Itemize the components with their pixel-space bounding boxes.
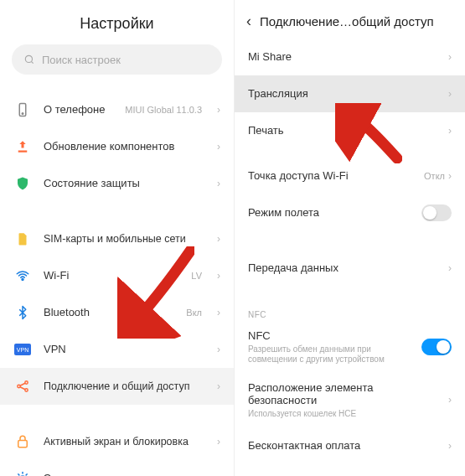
row-secure-element[interactable]: Расположение элемента безопасности Испол… <box>235 373 465 427</box>
phone-icon <box>13 101 32 119</box>
row-label: Bluetooth <box>44 306 174 319</box>
chevron-right-icon: › <box>448 88 452 100</box>
svg-line-21 <box>26 474 27 475</box>
nfc-toggle[interactable] <box>421 339 452 355</box>
svg-line-18 <box>18 474 19 475</box>
share-icon <box>13 377 32 396</box>
header: ‹ Подключение…общий доступ <box>235 0 465 39</box>
vpn-icon: VPN <box>13 340 32 359</box>
row-sublabel: Используется кошелек HCE <box>248 409 445 419</box>
row-label: О телефоне <box>44 103 113 116</box>
row-label: Подключение и общий доступ <box>44 380 202 393</box>
row-sim[interactable]: SIM-карты и мобильные сети › <box>0 220 234 257</box>
row-label: Передача данных <box>248 261 445 275</box>
row-lock-screen[interactable]: Активный экран и блокировка › <box>0 423 234 460</box>
row-label: Трансляция <box>248 87 445 101</box>
chevron-right-icon: › <box>217 307 220 318</box>
row-label: Экран <box>44 472 202 476</box>
svg-point-9 <box>25 389 28 391</box>
bluetooth-icon <box>13 303 32 322</box>
airplane-toggle[interactable] <box>421 204 452 221</box>
search-input[interactable]: Поиск настроек <box>12 44 222 75</box>
lock-icon <box>13 432 32 451</box>
svg-point-4 <box>22 279 23 281</box>
row-connection-sharing[interactable]: Подключение и общий доступ › <box>0 368 234 405</box>
row-label: Активный экран и блокировка <box>44 436 202 448</box>
chevron-right-icon: › <box>448 440 452 452</box>
row-label: Mi Share <box>248 50 445 64</box>
row-label: Wi-Fi <box>44 269 179 282</box>
page-title: Подключение…общий доступ <box>260 14 434 28</box>
search-placeholder: Поиск настроек <box>42 54 121 66</box>
wifi-icon <box>13 266 32 285</box>
row-label: VPN <box>44 343 202 356</box>
chevron-right-icon: › <box>217 436 220 448</box>
row-label: SIM-карты и мобильные сети <box>44 233 202 246</box>
page-title: Настройки <box>0 0 234 44</box>
settings-pane: Настройки Поиск настроек О телефоне MIUI… <box>0 0 235 476</box>
row-cast[interactable]: Трансляция › <box>235 75 465 112</box>
row-value: Откл <box>424 171 445 181</box>
chevron-right-icon: › <box>448 170 452 182</box>
sim-icon <box>13 230 32 248</box>
chevron-right-icon: › <box>217 270 220 282</box>
row-airplane[interactable]: Режим полета <box>235 194 465 231</box>
chevron-right-icon: › <box>217 141 220 153</box>
chevron-right-icon: › <box>217 104 220 116</box>
update-icon <box>13 137 32 156</box>
svg-rect-12 <box>18 441 28 448</box>
row-label: Обновление компонентов <box>44 140 202 153</box>
svg-line-1 <box>31 61 33 63</box>
svg-point-0 <box>25 55 32 62</box>
row-vpn[interactable]: VPN VPN › <box>0 331 234 368</box>
row-bluetooth[interactable]: Bluetooth Вкл › <box>0 294 234 331</box>
chevron-right-icon: › <box>448 262 452 274</box>
chevron-right-icon: › <box>217 473 220 476</box>
row-label: NFC <box>248 329 421 343</box>
row-component-updates[interactable]: Обновление компонентов › <box>0 128 234 165</box>
row-label: Расположение элемента безопасности <box>248 381 445 407</box>
chevron-right-icon: › <box>217 233 220 245</box>
row-sublabel: Разрешить обмен данными при совмещении с… <box>248 344 421 365</box>
row-label: Бесконтактная оплата <box>248 439 445 453</box>
row-label: Режим полета <box>248 206 421 220</box>
back-arrow-icon[interactable]: ‹ <box>246 13 251 28</box>
sun-icon <box>13 469 32 476</box>
svg-point-3 <box>22 113 23 115</box>
row-mi-share[interactable]: Mi Share › <box>235 39 465 75</box>
row-nfc[interactable]: NFC Разрешить обмен данными при совмещен… <box>235 321 465 373</box>
row-security-status[interactable]: Состояние защиты › <box>0 165 234 202</box>
svg-point-7 <box>18 385 20 387</box>
svg-line-11 <box>20 387 25 390</box>
search-icon <box>23 54 35 65</box>
chevron-right-icon: › <box>448 394 452 406</box>
chevron-right-icon: › <box>448 125 452 137</box>
row-data-usage[interactable]: Передача данных › <box>235 250 465 287</box>
section-title-nfc: NFC <box>235 305 465 321</box>
svg-text:VPN: VPN <box>17 347 28 353</box>
row-value: MIUI Global 11.0.3 <box>125 105 202 115</box>
connection-sharing-pane: ‹ Подключение…общий доступ Mi Share › Тр… <box>235 0 465 476</box>
row-label: Состояние защиты <box>44 177 202 190</box>
row-label: Печать <box>248 124 445 137</box>
row-about-phone[interactable]: О телефоне MIUI Global 11.0.3 › <box>0 91 234 128</box>
row-print[interactable]: Печать › <box>235 112 465 149</box>
chevron-right-icon: › <box>217 380 220 392</box>
row-hotspot[interactable]: Точка доступа Wi-Fi Откл › <box>235 158 465 194</box>
svg-line-10 <box>20 383 25 385</box>
row-value: LV <box>191 271 202 281</box>
row-label: Точка доступа Wi-Fi <box>248 169 424 183</box>
chevron-right-icon: › <box>217 344 220 355</box>
row-display[interactable]: Экран › <box>0 460 234 476</box>
svg-point-8 <box>25 381 28 384</box>
row-wifi[interactable]: Wi-Fi LV › <box>0 257 234 294</box>
shield-icon <box>13 174 32 193</box>
row-value: Вкл <box>186 308 202 318</box>
chevron-right-icon: › <box>217 178 220 189</box>
row-contactless[interactable]: Бесконтактная оплата › <box>235 427 465 464</box>
chevron-right-icon: › <box>448 51 452 63</box>
